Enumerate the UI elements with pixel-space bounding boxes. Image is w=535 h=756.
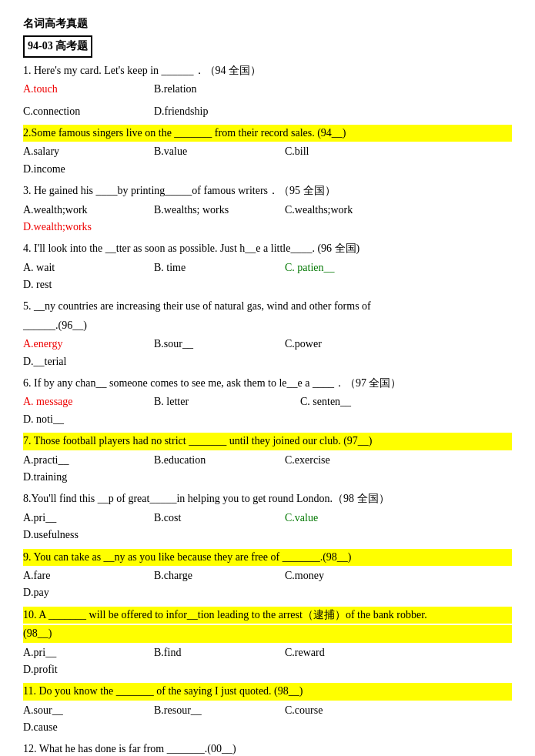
question-1: 1. Here's my card. Let's keep in ______．… xyxy=(23,62,512,120)
q1-c: C.connection xyxy=(23,103,146,120)
question-8: 8.You'll find this __p of great_____in h… xyxy=(23,490,512,544)
question-9: 9. You can take as __ny as you like beca… xyxy=(23,549,512,602)
q3-text: 3. He gained his ____by printing_____of … xyxy=(23,182,512,199)
q2-b: B.value xyxy=(154,143,277,160)
question-12: 12. What he has done is far from _______… xyxy=(23,741,512,756)
q4-c: C. patien__ xyxy=(285,259,408,276)
q2-a: A.salary xyxy=(23,143,146,160)
question-2: 2.Some famous singers live on the ______… xyxy=(23,125,512,178)
q10-text2: (98__) xyxy=(23,625,512,642)
q3-d: D.wealth;works xyxy=(23,219,146,236)
question-7: 7. Those football players had no strict … xyxy=(23,433,512,486)
q11-a: A.sour__ xyxy=(23,702,146,719)
q10-a: A.pri__ xyxy=(23,644,146,661)
q9-text: 9. You can take as __ny as you like beca… xyxy=(23,549,512,566)
q5-d: D.__terial xyxy=(23,353,146,370)
q4-d: D. rest xyxy=(23,276,146,293)
q5-text: 5. __ny countries are increasing their u… xyxy=(23,298,512,315)
q3-c: C.wealths;work xyxy=(285,202,408,219)
q5-text2: ______.(96__) xyxy=(23,317,512,334)
q1-text: 1. Here's my card. Let's keep in ______．… xyxy=(23,62,512,79)
q5-answers: A.energy B.sour__ C.power D.__terial xyxy=(23,336,512,370)
q4-answers: A. wait B. time C. patien__ D. rest xyxy=(23,259,512,294)
q8-answers: A.pri__ B.cost C.value D.usefulness xyxy=(23,510,512,544)
q5-a: A.energy xyxy=(23,336,146,353)
q3-answers: A.wealth;work B.wealths; works C.wealths… xyxy=(23,202,512,236)
question-5: 5. __ny countries are increasing their u… xyxy=(23,298,512,370)
section1-header: 94-03 高考题 xyxy=(23,35,92,57)
q6-a: A. message xyxy=(23,393,146,410)
q2-text: 2.Some famous singers live on the ______… xyxy=(23,125,512,142)
q2-c: C.bill xyxy=(285,143,408,160)
q3-b: B.wealths; works xyxy=(154,202,277,219)
q10-d: D.profit xyxy=(23,661,146,678)
q6-c: C. senten__ xyxy=(300,393,423,410)
question-11: 11. Do you know the _______ of the sayin… xyxy=(23,683,512,736)
q4-a: A. wait xyxy=(23,259,146,276)
q9-answers: A.fare B.charge C.money D.pay xyxy=(23,567,512,602)
q4-b: B. time xyxy=(154,259,277,276)
q6-b: B. letter xyxy=(154,393,293,410)
q10-text: 10. A _______ will be offered to infor__… xyxy=(23,607,512,624)
q8-d: D.usefulness xyxy=(23,527,146,544)
q6-text: 6. If by any chan__ someone comes to see… xyxy=(23,375,512,392)
q1-answers-row2: C.connection D.friendship xyxy=(23,103,512,120)
question-6: 6. If by any chan__ someone comes to see… xyxy=(23,375,512,428)
q7-text: 7. Those football players had no strict … xyxy=(23,433,512,450)
q7-d: D.training xyxy=(23,469,146,486)
q1-b: B.relation xyxy=(154,81,277,98)
q5-c: C.power xyxy=(285,336,408,353)
page-title: 名词高考真题 xyxy=(23,15,512,32)
q1-d: D.friendship xyxy=(154,103,277,120)
q9-c: C.money xyxy=(285,567,408,584)
q8-c: C.value xyxy=(285,510,408,527)
q7-a: A.practi__ xyxy=(23,452,146,469)
q7-c: C.exercise xyxy=(285,452,408,469)
q10-c: C.reward xyxy=(285,644,408,661)
q9-a: A.fare xyxy=(23,567,146,584)
q8-a: A.pri__ xyxy=(23,510,146,527)
question-3: 3. He gained his ____by printing_____of … xyxy=(23,182,512,236)
q11-d: D.cause xyxy=(23,719,146,736)
q11-b: B.resour__ xyxy=(154,702,277,719)
page-wrapper: 名词高考真题 94-03 高考题 1. Here's my card. Let'… xyxy=(23,15,512,756)
q6-d: D. noti__ xyxy=(23,411,146,428)
q11-answers: A.sour__ B.resour__ C.course D.cause xyxy=(23,702,512,737)
q7-b: B.education xyxy=(154,452,277,469)
question-4: 4. I'll look into the __tter as soon as … xyxy=(23,240,512,293)
q6-answers: A. message B. letter C. senten__ D. noti… xyxy=(23,393,512,428)
q1-a: A.touch xyxy=(23,81,146,98)
q11-text: 11. Do you know the _______ of the sayin… xyxy=(23,683,512,700)
q5-b: B.sour__ xyxy=(154,336,277,353)
q4-text: 4. I'll look into the __tter as soon as … xyxy=(23,240,512,257)
q1-answers: A.touch B.relation xyxy=(23,81,512,98)
q3-a: A.wealth;work xyxy=(23,202,146,219)
q10-b: B.find xyxy=(154,644,277,661)
q10-answers: A.pri__ B.find C.reward D.profit xyxy=(23,644,512,679)
q7-answers: A.practi__ B.education C.exercise D.trai… xyxy=(23,452,512,487)
q2-d: D.income xyxy=(23,161,146,178)
q2-answers: A.salary B.value C.bill D.income xyxy=(23,143,512,178)
question-10: 10. A _______ will be offered to infor__… xyxy=(23,607,512,679)
q11-c: C.course xyxy=(285,702,408,719)
q8-text: 8.You'll find this __p of great_____in h… xyxy=(23,490,512,507)
q9-b: B.charge xyxy=(154,567,277,584)
q8-b: B.cost xyxy=(154,510,277,527)
q9-d: D.pay xyxy=(23,584,146,601)
q12-text: 12. What he has done is far from _______… xyxy=(23,741,512,756)
